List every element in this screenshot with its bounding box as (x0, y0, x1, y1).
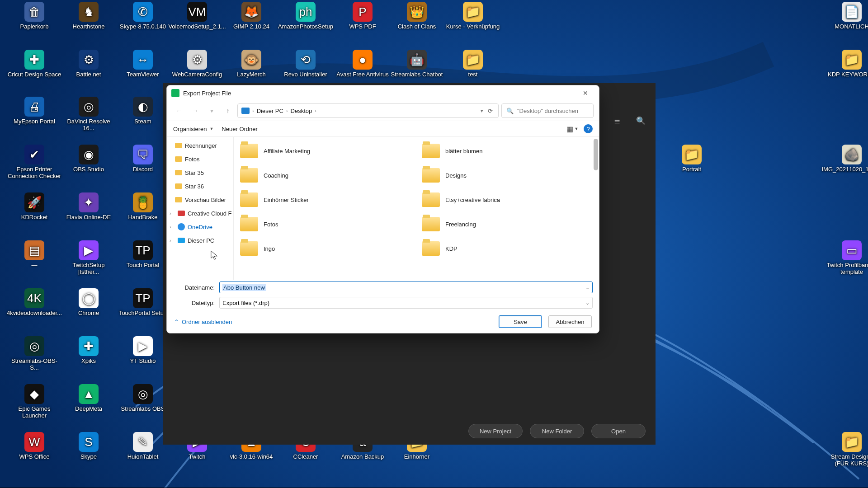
desktop-icon[interactable]: 🗑Papierkorb (7, 2, 61, 30)
desktop-icon[interactable]: 🐵LazyMerch (224, 50, 278, 78)
folder-item[interactable]: Etsy+creative fabrica (420, 188, 594, 211)
tree-item[interactable]: Star 35 (167, 166, 233, 179)
folder-item[interactable]: Einhörner Sticker (238, 188, 413, 211)
desktop-icon[interactable]: 🦊GIMP 2.10.24 (224, 2, 278, 30)
breadcrumb-leaf[interactable]: Desktop (291, 108, 312, 114)
breadcrumb-dropdown-icon[interactable]: ▾ (481, 108, 483, 114)
desktop-icon[interactable]: ◐Steam (116, 97, 170, 125)
folder-item[interactable]: Fotos (238, 213, 413, 235)
desktop-icon[interactable]: ↔TeamViewer (116, 50, 170, 78)
desktop-icon[interactable]: PWPS PDF (335, 2, 390, 30)
sidebar-tree[interactable]: RechnungerFotosStar 35Star 36Vorschau Bi… (167, 137, 234, 280)
desktop-icon[interactable]: ▭Twitch Profilbanner template (825, 240, 868, 275)
desktop-icon[interactable]: TPTouchPortal Setup (116, 288, 170, 316)
desktop-icon[interactable]: SSkype (61, 432, 116, 460)
nav-up-icon[interactable]: ↑ (221, 104, 235, 117)
desktop-icon[interactable]: ✚Cricut Design Space (7, 50, 61, 78)
desktop-icon[interactable]: 🪨IMG_20211020_14431 (825, 145, 868, 173)
tree-item[interactable]: ›Creative Cloud F (167, 206, 233, 220)
desktop-icon[interactable]: ●Avast Free Antivirus (335, 50, 390, 78)
desktop-icon[interactable]: ▲DeepMeta (61, 384, 116, 412)
view-options-icon[interactable]: ▦▼ (567, 124, 577, 134)
folder-item[interactable]: KDP (420, 237, 594, 260)
desktop-icon[interactable]: ▶TwitchSetup [tsther... (61, 240, 116, 275)
folder-item[interactable]: Affiliate Marketing (238, 140, 413, 162)
folder-item[interactable]: blätter blumen (420, 140, 594, 162)
folder-content-area[interactable]: Affiliate Marketingblätter blumenCoachin… (234, 137, 599, 280)
folder-item[interactable]: Coaching (238, 164, 413, 187)
tree-item[interactable]: Fotos (167, 152, 233, 166)
chevron-right-icon[interactable]: › (170, 211, 175, 216)
desktop-icon[interactable]: 🤖Streamlabs Chatbot (390, 50, 444, 78)
desktop-icon[interactable]: ◯Chrome (61, 288, 116, 316)
desktop-icon[interactable]: phAmazonPhotosSetup (278, 2, 333, 30)
scrollbar[interactable] (594, 139, 598, 170)
tree-item[interactable]: Vorschau Bilder (167, 193, 233, 206)
desktop-icon[interactable]: ✆Skype-8.75.0.140 (116, 2, 170, 30)
tree-item[interactable]: Star 36 (167, 179, 233, 193)
folder-item[interactable]: Ingo (238, 237, 413, 260)
nav-history-icon[interactable]: ▾ (205, 104, 218, 117)
desktop-icon[interactable]: 🍍HandBrake (116, 192, 170, 221)
desktop-icon[interactable]: TPTouch Portal (116, 240, 170, 268)
desktop-icon[interactable]: ◎Streamlabs-OBS-S... (7, 336, 61, 371)
close-icon[interactable]: ✕ (576, 87, 594, 99)
open-button[interactable]: Open (591, 424, 646, 438)
desktop-icon[interactable]: VMVoicemodSetup_2.1... (170, 2, 224, 30)
filename-dropdown-icon[interactable]: ⌄ (583, 285, 590, 291)
desktop-icon[interactable]: ◉OBS Studio (61, 145, 116, 173)
folder-item[interactable]: Designs (420, 164, 594, 187)
desktop-icon[interactable]: 📄MONATLICH (825, 2, 868, 30)
help-icon[interactable]: ? (584, 124, 593, 133)
desktop-icon[interactable]: ♞Hearthstone (61, 2, 116, 30)
desktop-icon[interactable]: 🚀KDRocket (7, 192, 61, 221)
desktop-icon[interactable]: ⚙WebCameraConfig (170, 50, 224, 78)
desktop-icon[interactable]: ✔Epson Printer Connection Checker (7, 145, 61, 179)
desktop-icon[interactable]: ◎Streamlabs OBS (116, 384, 170, 412)
desktop-icon[interactable]: 4K4kvideodownloader... (7, 288, 61, 316)
desktop-icon[interactable]: WWPS Office (7, 432, 61, 460)
new-folder-toolbar-button[interactable]: Neuer Ordner (222, 126, 257, 132)
cancel-button[interactable]: Abbrechen (548, 315, 592, 328)
breadcrumb-root[interactable]: Dieser PC (257, 108, 283, 114)
organize-menu[interactable]: Organisieren▼ (173, 126, 213, 132)
desktop-icon[interactable]: ✎HuionTablet (116, 432, 170, 460)
desktop-icon[interactable]: ▶YT Studio (116, 336, 170, 364)
desktop-icon[interactable]: ✚Xpiks (61, 336, 116, 364)
nav-back-icon[interactable]: ← (172, 104, 186, 117)
search-icon[interactable]: 🔍 (635, 115, 646, 127)
desktop-icon[interactable]: ✦Flavia Online-DE (61, 192, 116, 221)
desktop-icon[interactable]: ⚙Battle.net (61, 50, 116, 78)
desktop-icon[interactable]: 👑Clash of Clans (390, 2, 444, 30)
desktop-icon[interactable]: 📁KDP KEYWORDS (825, 50, 868, 78)
desktop-icon[interactable]: ◆Epic Games Launcher (7, 384, 61, 419)
new-project-button[interactable]: New Project (468, 424, 523, 438)
filetype-select[interactable]: Export files (*.drp) ⌄ (219, 297, 593, 309)
breadcrumb[interactable]: › Dieser PC › Desktop › ▾ ⟳ (237, 103, 499, 118)
new-folder-button[interactable]: New Folder (530, 424, 584, 438)
save-button[interactable]: Save (499, 315, 542, 328)
tree-item[interactable]: Rechnunger (167, 139, 233, 152)
tree-item[interactable]: ›Dieser PC (167, 234, 233, 247)
desktop-icon[interactable]: ◎DaVinci Resolve 16... (61, 97, 116, 131)
filename-input[interactable]: Abo Button new ⌄ (219, 282, 593, 293)
tree-item[interactable]: ›OneDrive (167, 220, 233, 234)
filetype-dropdown-icon[interactable]: ⌄ (583, 300, 590, 306)
hide-folders-toggle[interactable]: ⌃ Ordner ausblenden (174, 319, 232, 325)
folder-item[interactable]: Freelancing (420, 213, 594, 235)
chevron-right-icon[interactable]: › (170, 238, 175, 243)
search-input[interactable] (517, 108, 589, 114)
nav-forward-icon[interactable]: → (189, 104, 202, 117)
desktop-icon[interactable]: ▤— (7, 240, 61, 268)
search-box[interactable]: 🔍 (501, 103, 594, 118)
desktop-icon[interactable]: 🖨MyEpson Portal (7, 97, 61, 125)
desktop-icon[interactable]: 📁Stream Designs (FÜR KURS) (825, 432, 868, 467)
desktop-icon[interactable]: 📁Portrait (665, 145, 719, 173)
list-view-icon[interactable]: ≣ (611, 115, 623, 127)
refresh-icon[interactable]: ⟳ (486, 108, 495, 114)
chevron-right-icon[interactable]: › (170, 224, 175, 230)
desktop-icon[interactable]: ⟲Revo Uninstaller (278, 50, 333, 78)
desktop-icon[interactable]: 🗨Discord (116, 145, 170, 173)
desktop-icon[interactable]: 📁test (446, 50, 500, 78)
desktop-icon[interactable]: 📁Kurse - Verknüpfung (446, 2, 500, 30)
